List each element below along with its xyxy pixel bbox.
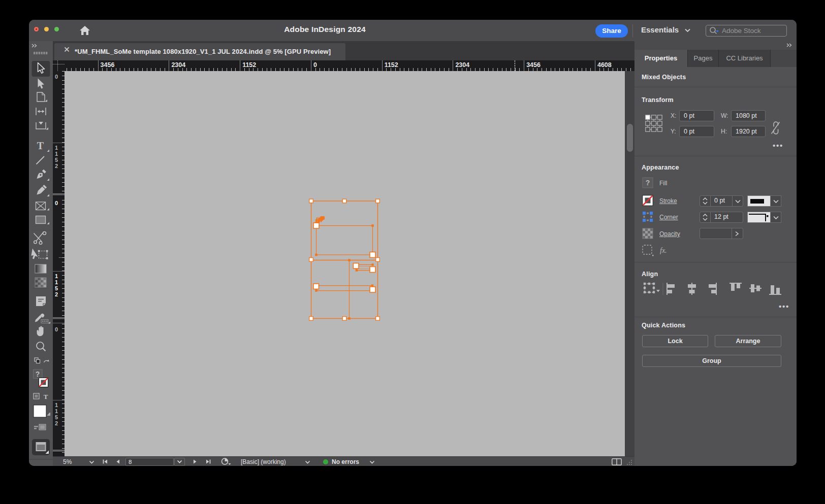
- svg-text:2304: 2304: [455, 61, 469, 69]
- svg-text:3456: 3456: [101, 61, 115, 69]
- svg-text:3456: 3456: [526, 61, 541, 69]
- svg-text:1152: 1152: [242, 61, 256, 69]
- svg-text:2304: 2304: [171, 61, 185, 69]
- svg-text:1152: 1152: [385, 61, 398, 69]
- svg-text:T: T: [37, 140, 44, 151]
- svg-text:T: T: [44, 393, 48, 400]
- svg-text:?: ?: [646, 179, 650, 187]
- svg-text:4608: 4608: [597, 61, 612, 69]
- svg-text:0: 0: [313, 61, 317, 69]
- svg-text:?: ?: [36, 370, 40, 378]
